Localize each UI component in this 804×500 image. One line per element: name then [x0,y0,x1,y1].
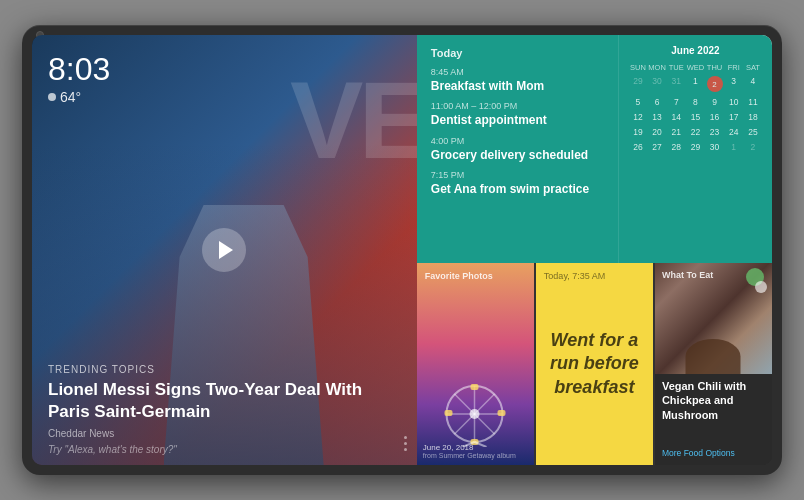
cal-day[interactable]: 12 [629,110,647,124]
cal-day[interactable]: 29 [686,140,704,154]
svg-rect-9 [445,410,453,416]
cal-day[interactable]: 16 [706,110,724,124]
cal-fri: FRI [725,62,743,73]
cal-day[interactable]: 30 [648,74,666,94]
cal-day[interactable]: 5 [629,95,647,109]
schedule-today-label: Today [431,47,604,59]
food-garnish-white [755,281,767,293]
trending-label: Trending Topics [48,364,155,375]
schedule-time-2: 4:00 PM [431,136,604,146]
cal-day[interactable]: 7 [667,95,685,109]
cal-day[interactable]: 20 [648,125,666,139]
more-options-menu[interactable] [404,436,407,451]
cal-wed: WED [686,62,704,73]
cal-day[interactable]: 24 [725,125,743,139]
schedule-title-2: Grocery delivery scheduled [431,148,604,162]
cal-day[interactable]: 6 [648,95,666,109]
schedule-item-1[interactable]: 11:00 AM – 12:00 PM Dentist appointment [431,101,604,127]
cal-day-today[interactable]: 2 [706,74,724,94]
photos-card-label: Favorite Photos [425,271,493,281]
cal-day[interactable]: 23 [706,125,724,139]
screen: VE 8:03 64° Trending Topics Lionel Messi… [32,35,772,465]
cal-day[interactable]: 17 [725,110,743,124]
more-food-options-link[interactable]: More Food Options [662,448,735,458]
dot-1 [404,436,407,439]
dot-2 [404,442,407,445]
sticky-timestamp: Today, 7:35 AM [544,271,605,281]
calendar-grid: SUN MON TUE WED THU FRI SAT 29 30 31 1 2… [629,62,762,154]
calendar-panel: June 2022 SUN MON TUE WED THU FRI SAT 29… [618,35,772,263]
svg-rect-6 [471,384,479,390]
schedule-time-3: 7:15 PM [431,170,604,180]
cal-thu: THU [706,62,724,73]
cal-day[interactable]: 28 [667,140,685,154]
cal-day[interactable]: 30 [706,140,724,154]
schedule-item-0[interactable]: 8:45 AM Breakfast with Mom [431,67,604,93]
weather-dot-icon [48,93,56,101]
schedule-title-0: Breakfast with Mom [431,79,604,93]
cal-day[interactable]: 18 [744,110,762,124]
schedule-panel: Today 8:45 AM Breakfast with Mom 11:00 A… [417,35,618,263]
cal-day[interactable]: 8 [686,95,704,109]
cal-mon: MON [648,62,666,73]
cal-day[interactable]: 2 [744,140,762,154]
ferris-wheel-icon [443,382,508,447]
schedule-time-0: 8:45 AM [431,67,604,77]
cal-day[interactable]: 27 [648,140,666,154]
weather-widget: 8:03 64° [48,53,110,105]
calendar-header: June 2022 [629,45,762,56]
cal-sun: SUN [629,62,647,73]
cal-day[interactable]: 19 [629,125,647,139]
news-source: Cheddar News [48,428,114,439]
cal-day[interactable]: 1 [686,74,704,94]
cal-day[interactable]: 21 [667,125,685,139]
cal-sat: SAT [744,62,762,73]
what-to-eat-label: What To Eat [662,270,713,280]
cal-day[interactable]: 1 [725,140,743,154]
cal-day[interactable]: 31 [667,74,685,94]
clock-display: 8:03 [48,53,110,85]
sticky-note-card[interactable]: Today, 7:35 AM Went for a run before bre… [536,263,653,465]
news-headline[interactable]: Lionel Messi Signs Two-Year Deal With Pa… [48,379,401,423]
news-panel: VE 8:03 64° Trending Topics Lionel Messi… [32,35,417,465]
temperature-display: 64° [48,89,110,105]
schedule-time-1: 11:00 AM – 12:00 PM [431,101,604,111]
cal-day[interactable]: 11 [744,95,762,109]
food-decorative-circle [686,339,741,374]
device-frame: VE 8:03 64° Trending Topics Lionel Messi… [22,25,782,475]
cal-day[interactable]: 14 [667,110,685,124]
right-panel: Today 8:45 AM Breakfast with Mom 11:00 A… [417,35,772,465]
bottom-cards-row: Favorite Photos [417,263,772,465]
play-icon [219,241,233,259]
sticky-note-text: Went for a run before breakfast [542,329,647,399]
food-recipe-title: Vegan Chili with Chickpea and Mushroom [655,374,772,427]
favorite-photos-card[interactable]: Favorite Photos [417,263,534,465]
cal-day[interactable]: 29 [629,74,647,94]
top-right-section: Today 8:45 AM Breakfast with Mom 11:00 A… [417,35,772,263]
cal-day[interactable]: 9 [706,95,724,109]
schedule-title-1: Dentist appointment [431,113,604,127]
play-button[interactable] [202,228,246,272]
cal-day[interactable]: 26 [629,140,647,154]
food-card[interactable]: What To Eat Vegan Chili with Chickpea an… [655,263,772,465]
cal-day[interactable]: 4 [744,74,762,94]
cal-day[interactable]: 25 [744,125,762,139]
svg-rect-7 [498,410,506,416]
cal-day[interactable]: 22 [686,125,704,139]
alexa-prompt: Try "Alexa, what's the story?" [48,444,177,455]
dot-3 [404,448,407,451]
cal-day[interactable]: 13 [648,110,666,124]
cal-day[interactable]: 15 [686,110,704,124]
cal-tue: TUE [667,62,685,73]
photo-date: June 20, 2018 from Summer Getaway album [423,443,516,459]
cal-day[interactable]: 10 [725,95,743,109]
cal-day[interactable]: 3 [725,74,743,94]
schedule-title-3: Get Ana from swim practice [431,182,604,196]
schedule-item-2[interactable]: 4:00 PM Grocery delivery scheduled [431,136,604,162]
schedule-item-3[interactable]: 7:15 PM Get Ana from swim practice [431,170,604,196]
